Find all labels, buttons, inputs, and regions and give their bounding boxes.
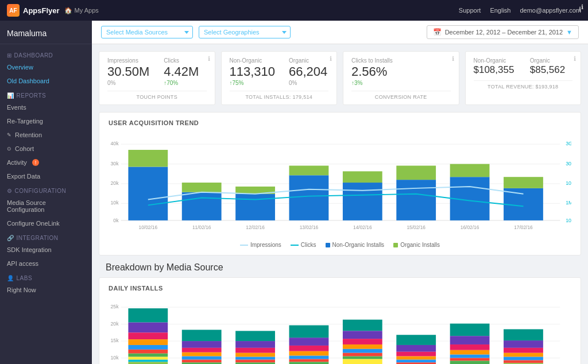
- breakdown-bar1-seg7: [128, 354, 168, 357]
- bar-non-organic-4: [289, 175, 329, 220]
- cohort-icon: ⊙: [7, 146, 11, 152]
- media-sources-filter[interactable]: Select Media Sources: [101, 26, 193, 38]
- non-organic-revenue-metric: Non-Organic $108,355: [474, 57, 516, 76]
- svg-text:10k: 10k: [110, 200, 119, 206]
- breakdown-bar5-seg5: [343, 349, 382, 353]
- sidebar-brand: Mamaluma: [0, 21, 92, 44]
- sidebar-item-retention[interactable]: ✎ Retention: [0, 128, 92, 142]
- breakdown-section-title: Breakdown by Media Source: [106, 262, 574, 273]
- sidebar-item-sdk[interactable]: SDK Integration: [0, 243, 92, 257]
- sidebar-item-old-dashboard[interactable]: Old Dashboard: [0, 74, 92, 88]
- svg-text:0k: 0k: [113, 218, 119, 223]
- chevron-down-icon: ▼: [566, 29, 572, 36]
- breakdown-bar6-seg1: [396, 335, 436, 345]
- organic-installs-value: 66,204: [289, 65, 328, 79]
- integration-icon: 🔗: [7, 235, 14, 241]
- sidebar-section-configuration: ⚙ Configuration: [0, 183, 92, 196]
- info-icon-revenue[interactable]: ℹ: [574, 55, 576, 63]
- sidebar-item-media-source-config[interactable]: Media Source Configuration: [0, 196, 92, 216]
- breakdown-bar1-seg1: [128, 308, 168, 323]
- organic-installs-metric: Organic 66,204 0%: [289, 57, 328, 86]
- stats-card-touchpoints: ℹ Impressions 30.50M 0% Clicks 4.42M ↑70…: [99, 51, 215, 105]
- info-icon-conversion[interactable]: ℹ: [452, 55, 454, 63]
- conversion-metrics: Clicks to Installs 2.56% ↑3%: [351, 57, 451, 86]
- legend-clicks: Clicks: [291, 242, 316, 248]
- filter-bar: Select Media Sources Select Geographies …: [92, 21, 588, 44]
- svg-text:10/02/16: 10/02/16: [139, 224, 158, 230]
- svg-text:100k: 100k: [566, 218, 571, 223]
- breakdown-bar2-seg6: [182, 360, 222, 363]
- calendar-icon: 📅: [433, 28, 442, 36]
- my-apps-nav[interactable]: 🏠 My Apps: [64, 7, 99, 14]
- breakdown-bar7-seg7: [450, 361, 490, 364]
- touchpoints-metrics: Impressions 30.50M 0% Clicks 4.42M ↑70%: [107, 57, 207, 86]
- sidebar-item-export[interactable]: Export Data: [0, 169, 92, 183]
- breakdown-bar8-seg4: [504, 353, 543, 357]
- content-area: Select Media Sources Select Geographies …: [92, 21, 588, 364]
- legend-non-organic: Non-Organic Installs: [326, 242, 385, 248]
- sidebar-item-events[interactable]: Events: [0, 100, 92, 114]
- breakdown-bar5-seg2: [343, 331, 382, 339]
- breakdown-bar6-seg4: [396, 357, 436, 360]
- organic-installs-label: Organic: [289, 57, 328, 64]
- revenue-metrics: Non-Organic $108,355 Organic $85,562: [474, 57, 573, 76]
- breakdown-chart-wrapper: 25k 20k 15k 10k 5k 0k: [109, 297, 571, 364]
- svg-text:17/02/16: 17/02/16: [514, 224, 533, 230]
- clicks-metric: Clicks 4.42M ↑70%: [164, 57, 206, 86]
- info-icon-installs[interactable]: ℹ: [330, 55, 332, 63]
- top-nav-left: AF AppsFlyer 🏠 My Apps: [7, 4, 99, 17]
- revenue-footer: TOTAL REVENUE: $193,918: [474, 80, 573, 90]
- legend-organic: Organic Installs: [393, 242, 440, 248]
- organic-revenue-label: Organic: [530, 57, 572, 64]
- svg-text:20k: 20k: [110, 321, 119, 327]
- info-icon-touchpoints[interactable]: ℹ: [208, 55, 210, 63]
- app-logo[interactable]: AF AppsFlyer: [7, 4, 60, 17]
- geographies-filter[interactable]: Select Geographies: [199, 26, 291, 38]
- legend-non-organic-dot: [326, 243, 330, 247]
- date-range-picker[interactable]: 📅 December 12, 2012 – December 21, 2012 …: [427, 25, 579, 39]
- bar-non-organic-1: [128, 167, 168, 220]
- language-selector[interactable]: English: [490, 7, 510, 14]
- bar-organic-1: [128, 150, 168, 166]
- clicks-label: Clicks: [164, 57, 206, 64]
- sidebar-old-dashboard-label: Old Dashboard: [7, 78, 49, 84]
- sidebar-item-right-now[interactable]: Right Now: [0, 283, 92, 297]
- breakdown-bar2-seg5: [182, 357, 222, 360]
- touchpoints-footer: TOUCH POINTS: [107, 91, 207, 100]
- sidebar-item-overview[interactable]: Overview: [0, 60, 92, 74]
- breakdown-bar1-seg6: [128, 350, 168, 354]
- labs-icon: 👤: [7, 275, 14, 281]
- acquisition-chart-legend: Impressions Clicks Non-Organic Installs …: [109, 242, 571, 248]
- breakdown-bar5-seg4: [343, 344, 382, 349]
- logo-icon: AF: [7, 4, 20, 17]
- grid-icon: ⊞: [7, 52, 12, 59]
- sidebar-item-retargeting[interactable]: Re-Targeting: [0, 114, 92, 128]
- svg-text:1M: 1M: [566, 200, 571, 206]
- sidebar: Mamaluma ⊞ Dashboard Overview Old Dashbo…: [0, 21, 92, 364]
- clicks-to-installs-change: ↑3%: [351, 80, 451, 86]
- top-navigation: AF AppsFlyer 🏠 My Apps Support English d…: [0, 0, 588, 21]
- breakdown-bar5-seg7: [343, 357, 382, 359]
- svg-text:13/02/16: 13/02/16: [300, 224, 319, 230]
- breakdown-bar3-seg1: [235, 331, 275, 342]
- breakdown-bar2-seg1: [182, 330, 222, 342]
- user-acquisition-chart-wrapper: 40k 30k 20k 10k 0k 3G 300M 10M 1M 100k: [109, 132, 571, 237]
- non-organic-installs-label: Non-Organic: [230, 57, 276, 64]
- breakdown-bar4-seg7: [289, 362, 329, 364]
- sidebar-item-cohort[interactable]: ⊙ Cohort: [0, 142, 92, 156]
- breakdown-bar2-seg3: [182, 348, 222, 353]
- non-organic-installs-value: 113,310: [230, 65, 276, 79]
- organic-installs-change: 0%: [289, 80, 328, 86]
- breakdown-bar4-seg1: [289, 326, 329, 338]
- sidebar-item-configure-onelink[interactable]: Configure OneLink: [0, 216, 92, 230]
- sidebar-item-activity[interactable]: Activity !: [0, 156, 92, 169]
- sidebar-item-api[interactable]: API access: [0, 257, 92, 270]
- user-menu[interactable]: demo@appsflyer.com: [520, 7, 581, 14]
- main-layout: Mamaluma ⊞ Dashboard Overview Old Dashbo…: [0, 21, 588, 364]
- breakdown-bar1-seg10: [128, 362, 168, 364]
- sidebar-section-integration: 🔗 Integration: [0, 230, 92, 243]
- support-link[interactable]: Support: [459, 7, 481, 14]
- bar-organic-2: [182, 183, 222, 192]
- breakdown-bar4-seg2: [289, 338, 329, 346]
- breakdown-bar8-seg6: [504, 361, 543, 363]
